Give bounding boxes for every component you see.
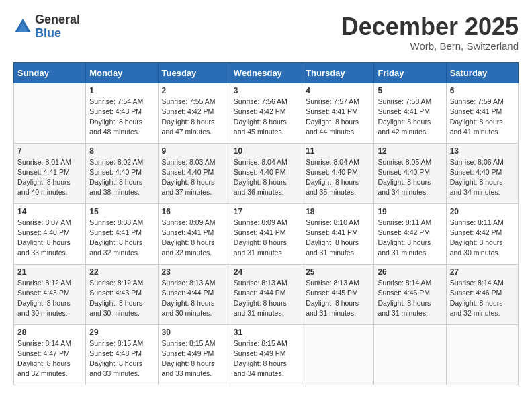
calendar-cell: 9Sunrise: 8:03 AMSunset: 4:40 PMDaylight… — [158, 143, 230, 203]
day-info: Sunrise: 7:56 AMSunset: 4:42 PMDaylight:… — [234, 97, 298, 138]
calendar-cell: 6Sunrise: 7:59 AMSunset: 4:41 PMDaylight… — [446, 83, 518, 143]
day-info: Sunrise: 8:09 AMSunset: 4:41 PMDaylight:… — [234, 218, 298, 259]
weekday-header-sunday: Sunday — [14, 62, 86, 83]
week-row-4: 21Sunrise: 8:12 AMSunset: 4:43 PMDayligh… — [14, 264, 519, 324]
calendar-cell — [446, 324, 518, 385]
weekday-header-friday: Friday — [374, 62, 446, 83]
day-info: Sunrise: 8:03 AMSunset: 4:40 PMDaylight:… — [162, 157, 226, 198]
day-info: Sunrise: 8:12 AMSunset: 4:43 PMDaylight:… — [17, 278, 82, 319]
day-info: Sunrise: 8:13 AMSunset: 4:45 PMDaylight:… — [306, 278, 370, 319]
day-number: 22 — [89, 267, 154, 277]
day-info: Sunrise: 8:15 AMSunset: 4:49 PMDaylight:… — [162, 338, 226, 379]
day-info: Sunrise: 8:14 AMSunset: 4:47 PMDaylight:… — [17, 338, 82, 379]
day-number: 25 — [306, 267, 370, 277]
calendar-subtitle: Worb, Bern, Switzerland — [341, 40, 519, 52]
calendar-cell: 18Sunrise: 8:10 AMSunset: 4:41 PMDayligh… — [302, 203, 374, 264]
calendar-cell: 22Sunrise: 8:12 AMSunset: 4:43 PMDayligh… — [86, 264, 158, 324]
day-info: Sunrise: 8:04 AMSunset: 4:40 PMDaylight:… — [306, 157, 370, 198]
day-info: Sunrise: 8:04 AMSunset: 4:40 PMDaylight:… — [234, 157, 298, 198]
calendar-cell: 31Sunrise: 8:15 AMSunset: 4:49 PMDayligh… — [230, 324, 302, 385]
day-number: 7 — [17, 146, 82, 156]
day-info: Sunrise: 8:14 AMSunset: 4:46 PMDaylight:… — [378, 278, 442, 319]
calendar-cell: 17Sunrise: 8:09 AMSunset: 4:41 PMDayligh… — [230, 203, 302, 264]
calendar-cell: 30Sunrise: 8:15 AMSunset: 4:49 PMDayligh… — [158, 324, 230, 385]
week-row-1: 1Sunrise: 7:54 AMSunset: 4:43 PMDaylight… — [14, 83, 519, 143]
day-number: 29 — [89, 328, 154, 337]
day-info: Sunrise: 8:09 AMSunset: 4:41 PMDaylight:… — [162, 218, 226, 259]
day-info: Sunrise: 8:08 AMSunset: 4:41 PMDaylight:… — [89, 218, 154, 259]
day-number: 31 — [234, 328, 298, 337]
calendar-cell: 29Sunrise: 8:15 AMSunset: 4:48 PMDayligh… — [86, 324, 158, 385]
logo: General Blue — [13, 13, 80, 40]
day-info: Sunrise: 8:15 AMSunset: 4:49 PMDaylight:… — [234, 338, 298, 379]
day-number: 19 — [378, 207, 442, 216]
calendar-cell: 2Sunrise: 7:55 AMSunset: 4:42 PMDaylight… — [158, 83, 230, 143]
calendar-cell: 27Sunrise: 8:14 AMSunset: 4:46 PMDayligh… — [446, 264, 518, 324]
day-number: 16 — [162, 207, 226, 216]
day-number: 28 — [17, 328, 82, 337]
day-number: 15 — [89, 207, 154, 216]
day-info: Sunrise: 8:14 AMSunset: 4:46 PMDaylight:… — [450, 278, 515, 319]
day-info: Sunrise: 8:11 AMSunset: 4:42 PMDaylight:… — [450, 218, 515, 259]
calendar-table: SundayMondayTuesdayWednesdayThursdayFrid… — [13, 62, 519, 385]
calendar-cell: 11Sunrise: 8:04 AMSunset: 4:40 PMDayligh… — [302, 143, 374, 203]
logo-text: General Blue — [35, 13, 80, 40]
calendar-cell: 28Sunrise: 8:14 AMSunset: 4:47 PMDayligh… — [14, 324, 86, 385]
calendar-cell: 15Sunrise: 8:08 AMSunset: 4:41 PMDayligh… — [86, 203, 158, 264]
day-info: Sunrise: 8:10 AMSunset: 4:41 PMDaylight:… — [306, 218, 370, 259]
calendar-cell — [302, 324, 374, 385]
day-info: Sunrise: 8:01 AMSunset: 4:41 PMDaylight:… — [17, 157, 82, 198]
day-number: 5 — [378, 86, 442, 95]
day-number: 10 — [234, 146, 298, 156]
day-number: 6 — [450, 86, 515, 95]
calendar-cell: 23Sunrise: 8:13 AMSunset: 4:44 PMDayligh… — [158, 264, 230, 324]
calendar-cell: 21Sunrise: 8:12 AMSunset: 4:43 PMDayligh… — [14, 264, 86, 324]
day-info: Sunrise: 8:07 AMSunset: 4:40 PMDaylight:… — [17, 218, 82, 259]
day-info: Sunrise: 8:12 AMSunset: 4:43 PMDaylight:… — [89, 278, 154, 319]
day-info: Sunrise: 7:55 AMSunset: 4:42 PMDaylight:… — [162, 97, 226, 138]
day-info: Sunrise: 8:06 AMSunset: 4:40 PMDaylight:… — [450, 157, 515, 198]
day-info: Sunrise: 8:15 AMSunset: 4:48 PMDaylight:… — [89, 338, 154, 379]
day-number: 23 — [162, 267, 226, 277]
day-info: Sunrise: 8:11 AMSunset: 4:42 PMDaylight:… — [378, 218, 442, 259]
day-number: 2 — [162, 86, 226, 95]
day-number: 14 — [17, 207, 82, 216]
day-info: Sunrise: 8:05 AMSunset: 4:40 PMDaylight:… — [378, 157, 442, 198]
day-info: Sunrise: 8:13 AMSunset: 4:44 PMDaylight:… — [234, 278, 298, 319]
calendar-cell: 5Sunrise: 7:58 AMSunset: 4:41 PMDaylight… — [374, 83, 446, 143]
calendar-cell: 20Sunrise: 8:11 AMSunset: 4:42 PMDayligh… — [446, 203, 518, 264]
day-info: Sunrise: 8:13 AMSunset: 4:44 PMDaylight:… — [162, 278, 226, 319]
day-number: 1 — [89, 86, 154, 95]
calendar-cell: 3Sunrise: 7:56 AMSunset: 4:42 PMDaylight… — [230, 83, 302, 143]
day-number: 30 — [162, 328, 226, 337]
weekday-header-saturday: Saturday — [446, 62, 518, 83]
day-number: 21 — [17, 267, 82, 277]
day-info: Sunrise: 7:59 AMSunset: 4:41 PMDaylight:… — [450, 97, 515, 138]
day-number: 24 — [234, 267, 298, 277]
day-number: 3 — [234, 86, 298, 95]
weekday-header-tuesday: Tuesday — [158, 62, 230, 83]
week-row-2: 7Sunrise: 8:01 AMSunset: 4:41 PMDaylight… — [14, 143, 519, 203]
calendar-cell: 12Sunrise: 8:05 AMSunset: 4:40 PMDayligh… — [374, 143, 446, 203]
calendar-cell — [14, 83, 86, 143]
day-number: 26 — [378, 267, 442, 277]
calendar-cell: 26Sunrise: 8:14 AMSunset: 4:46 PMDayligh… — [374, 264, 446, 324]
day-number: 11 — [306, 146, 370, 156]
day-info: Sunrise: 7:58 AMSunset: 4:41 PMDaylight:… — [378, 97, 442, 138]
calendar-cell: 19Sunrise: 8:11 AMSunset: 4:42 PMDayligh… — [374, 203, 446, 264]
day-info: Sunrise: 7:57 AMSunset: 4:41 PMDaylight:… — [306, 97, 370, 138]
day-info: Sunrise: 8:02 AMSunset: 4:40 PMDaylight:… — [89, 157, 154, 198]
week-row-3: 14Sunrise: 8:07 AMSunset: 4:40 PMDayligh… — [14, 203, 519, 264]
weekday-header-wednesday: Wednesday — [230, 62, 302, 83]
calendar-cell: 24Sunrise: 8:13 AMSunset: 4:44 PMDayligh… — [230, 264, 302, 324]
calendar-cell: 14Sunrise: 8:07 AMSunset: 4:40 PMDayligh… — [14, 203, 86, 264]
page-header: General Blue December 2025 Worb, Bern, S… — [13, 13, 519, 52]
calendar-title: December 2025 — [341, 13, 519, 40]
day-number: 8 — [89, 146, 154, 156]
week-row-5: 28Sunrise: 8:14 AMSunset: 4:47 PMDayligh… — [14, 324, 519, 385]
day-number: 12 — [378, 146, 442, 156]
calendar-cell: 25Sunrise: 8:13 AMSunset: 4:45 PMDayligh… — [302, 264, 374, 324]
day-info: Sunrise: 7:54 AMSunset: 4:43 PMDaylight:… — [89, 97, 154, 138]
logo-icon — [13, 17, 32, 36]
calendar-cell: 13Sunrise: 8:06 AMSunset: 4:40 PMDayligh… — [446, 143, 518, 203]
